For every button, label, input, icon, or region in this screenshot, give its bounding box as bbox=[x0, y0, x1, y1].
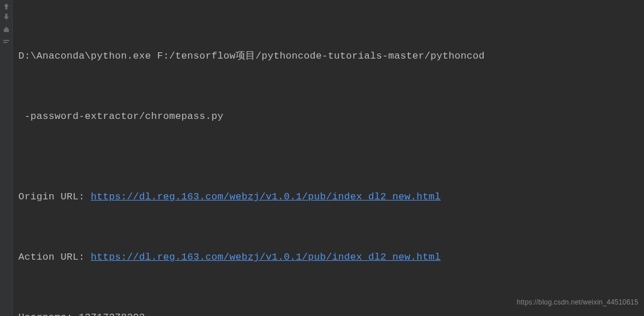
arrow-up-icon[interactable] bbox=[2, 2, 10, 10]
action-url-line: Action URL: https://dl.reg.163.com/webzj… bbox=[18, 247, 644, 267]
print-icon[interactable] bbox=[2, 26, 10, 34]
username-value: 13717378202 bbox=[79, 312, 145, 316]
svg-rect-0 bbox=[3, 29, 9, 32]
gutter bbox=[0, 0, 13, 316]
username-label: Username: bbox=[18, 312, 79, 316]
action-url-label: Action URL: bbox=[18, 252, 91, 263]
origin-url-line: Origin URL: https://dl.reg.163.com/webzj… bbox=[18, 187, 644, 207]
console-output: D:\Anaconda\python.exe F:/tensorflow项目/p… bbox=[18, 6, 644, 316]
origin-url-link[interactable]: https://dl.reg.163.com/webzj/v1.0.1/pub/… bbox=[91, 191, 441, 202]
watermark: https://blog.csdn.net/weixin_44510615 bbox=[516, 292, 638, 313]
command-line-continuation: -password-extractor/chromepass.py bbox=[18, 106, 644, 126]
command-line: D:\Anaconda\python.exe F:/tensorflow项目/p… bbox=[18, 46, 644, 66]
action-url-link[interactable]: https://dl.reg.163.com/webzj/v1.0.1/pub/… bbox=[91, 252, 441, 263]
wrap-icon[interactable] bbox=[2, 38, 10, 46]
svg-rect-1 bbox=[5, 28, 7, 29]
arrow-down-icon[interactable] bbox=[2, 13, 10, 21]
origin-url-label: Origin URL: bbox=[18, 191, 91, 202]
